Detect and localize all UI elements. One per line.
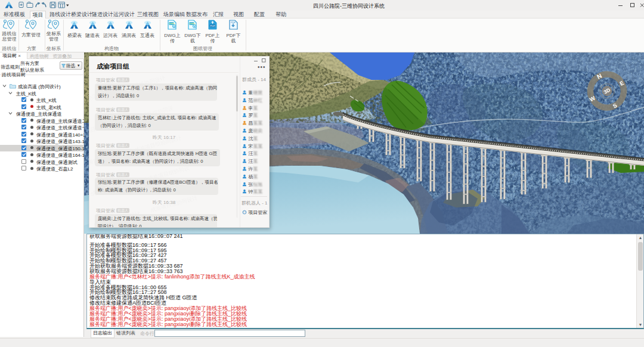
- svg-text:PDF: PDF: [231, 21, 236, 24]
- svg-text:PDF: PDF: [210, 24, 215, 27]
